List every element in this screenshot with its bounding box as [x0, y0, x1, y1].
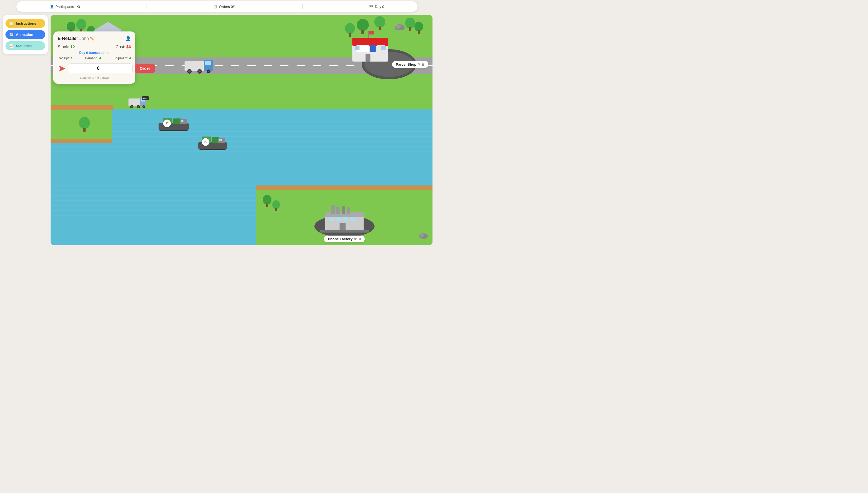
stock-stat: Stock: 12	[58, 44, 75, 49]
participants-label: Participants 1/3	[55, 5, 80, 9]
svg-point-10	[374, 16, 385, 28]
svg-marker-62	[159, 130, 189, 131]
instructions-label: Instructions	[16, 21, 36, 25]
cost-label: Cost:	[116, 44, 125, 49]
svg-rect-41	[185, 61, 204, 71]
svg-point-78	[419, 233, 424, 237]
receipt-label: Receipt: 4	[58, 56, 72, 60]
day-icon: 🏁	[369, 5, 373, 8]
delivery-truck-small: 4 D1	[129, 96, 147, 112]
order-button[interactable]: Order	[135, 64, 155, 73]
svg-rect-40	[369, 31, 374, 35]
statistics-icon: 📈	[9, 44, 14, 48]
boat-2: ??	[197, 133, 228, 151]
phone-factory-label[interactable]: Phone Factory ⟳ 🖥	[324, 236, 364, 242]
popup-order-row: ➤ Order	[58, 63, 131, 73]
day-label: Day 0	[375, 5, 384, 9]
svg-rect-85	[328, 217, 334, 221]
land-cliff-bottom	[51, 139, 112, 143]
animation-icon: 🔄	[9, 33, 14, 37]
svg-rect-82	[336, 207, 340, 214]
delivery-badge-number: 4	[143, 97, 145, 100]
cliff-edge-left	[51, 105, 113, 110]
svg-point-75	[272, 200, 280, 209]
svg-rect-66	[181, 120, 183, 122]
svg-rect-74	[266, 203, 268, 207]
svg-point-73	[263, 195, 272, 205]
svg-rect-84	[347, 207, 350, 214]
stock-value: 12	[70, 44, 75, 49]
svg-rect-90	[320, 230, 369, 233]
participants-indicator: 👤 Participants 1/3	[50, 5, 80, 9]
svg-point-49	[208, 70, 209, 72]
svg-point-50	[79, 117, 90, 129]
svg-rect-32	[352, 38, 388, 46]
tree-6	[373, 15, 386, 31]
svg-rect-76	[275, 208, 277, 211]
stock-label: Stock:	[58, 44, 69, 49]
shipment-value: 4	[129, 56, 131, 60]
e-retailer-popup: E-Retailer John ✏️ 👤 Stock: 12 Cost: $6 …	[53, 31, 135, 84]
svg-rect-81	[331, 205, 335, 214]
svg-point-56	[131, 106, 133, 108]
orders-icon: 📋	[213, 5, 218, 8]
tree-water-land	[78, 116, 91, 133]
popup-edit-icon[interactable]: ✏️	[90, 37, 94, 41]
orders-label: Orders 0/1	[219, 5, 236, 9]
popup-transactions: Receipt: 4 Demand: 4 Shipment: 4	[58, 56, 131, 60]
delivery-badge-sub: D1	[145, 98, 147, 99]
svg-point-0	[67, 22, 75, 31]
svg-rect-88	[350, 217, 356, 221]
game-area: Parcel Shop ⟳ 🖥	[51, 15, 433, 245]
parcel-shop-refresh-icon: ⟳	[418, 63, 420, 66]
animation-button[interactable]: 🔄 Animation	[5, 30, 45, 39]
shipment-label: Shipment: 4	[113, 56, 131, 60]
phone-factory-refresh-icon: ⟳	[354, 237, 357, 241]
boat-2-badge: ??	[202, 138, 209, 146]
divider-2	[302, 4, 303, 9]
svg-rect-43	[205, 61, 211, 65]
statistics-button[interactable]: 📈 Statistics	[5, 41, 45, 50]
svg-rect-34	[370, 45, 375, 52]
popup-user-name: John	[79, 36, 89, 41]
svg-point-47	[199, 70, 201, 72]
svg-point-58	[138, 106, 139, 108]
svg-rect-37	[355, 46, 360, 50]
factory-tree-1	[261, 194, 273, 209]
svg-rect-86	[336, 217, 341, 221]
divider-1	[146, 4, 147, 9]
cost-value: $6	[126, 44, 131, 49]
demand-label: Demand: 4	[85, 56, 101, 60]
popup-stats: Stock: 12 Cost: $6	[58, 44, 131, 49]
boat-1-badge: ??	[163, 120, 171, 127]
statistics-label: Statistics	[16, 44, 32, 48]
boat-1-question: ??	[165, 122, 169, 125]
popup-day-transactions: Day 0 transactions:	[58, 51, 131, 55]
svg-rect-11	[379, 26, 381, 30]
day-indicator: 🏁 Day 0	[369, 5, 384, 9]
orders-indicator: 📋 Orders 0/1	[213, 5, 236, 9]
svg-rect-72	[219, 139, 222, 141]
popup-title: E-Retailer John ✏️	[58, 36, 94, 41]
rock-br	[418, 232, 428, 240]
svg-point-45	[188, 70, 190, 72]
phone-factory-screen-icon: 🖥	[358, 237, 361, 241]
instructions-button[interactable]: 📋 Instructions	[5, 19, 45, 28]
svg-point-2	[76, 19, 86, 30]
svg-rect-52	[129, 99, 141, 106]
phone-factory-area[interactable]: Phone Factory ⟳ 🖥	[320, 205, 369, 242]
animation-label: Animation	[16, 33, 33, 37]
main-truck	[185, 59, 214, 75]
land-br-cliff	[256, 186, 433, 190]
order-input[interactable]	[68, 63, 133, 73]
phone-factory-name: Phone Factory	[328, 237, 352, 241]
svg-point-14	[405, 18, 415, 28]
delivery-badge: 4 D1	[142, 96, 149, 100]
demand-value: 4	[99, 56, 101, 60]
parcel-shop-name: Parcel Shop	[396, 62, 416, 66]
popup-title-area: E-Retailer John ✏️	[58, 36, 94, 41]
svg-rect-36	[366, 54, 370, 62]
parcel-shop-label[interactable]: Parcel Shop ⟳ 🖥	[392, 61, 428, 68]
parcel-shop-area[interactable]: Parcel Shop ⟳ 🖥	[350, 30, 428, 68]
factory-tree-2	[271, 199, 281, 212]
